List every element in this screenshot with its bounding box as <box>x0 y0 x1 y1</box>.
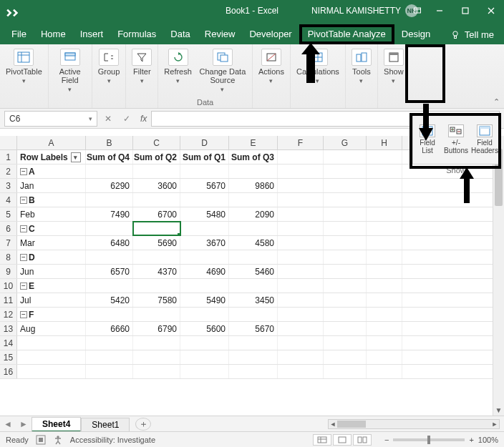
cell[interactable] <box>86 350 133 364</box>
spreadsheet-grid[interactable]: ABCDEFGH 1Row Labels▾Sum of Q4Sum of Q2S… <box>0 136 504 416</box>
row-header[interactable]: 14 <box>0 336 17 350</box>
data-cell[interactable]: 5490 <box>180 293 229 307</box>
hscroll-thumb[interactable] <box>337 421 366 428</box>
collapse-icon[interactable]: − <box>20 283 27 290</box>
row-header[interactable]: 5 <box>0 207 17 221</box>
cell[interactable] <box>324 236 367 250</box>
column-header[interactable]: A <box>17 136 86 149</box>
cell[interactable] <box>278 322 324 335</box>
cell[interactable] <box>229 193 278 207</box>
row-header[interactable]: 3 <box>0 179 17 192</box>
cell[interactable] <box>367 265 402 278</box>
row-header[interactable]: 11 <box>0 293 17 307</box>
cell[interactable] <box>278 193 324 207</box>
tab-pivottable-analyze[interactable]: PivotTable Analyze <box>299 24 394 44</box>
cell[interactable] <box>367 236 402 250</box>
data-cell[interactable]: 6290 <box>86 179 133 192</box>
change-data-source-button[interactable]: Change Data Source ▾ <box>198 47 248 94</box>
row-label[interactable]: Jan <box>17 179 86 192</box>
tab-review[interactable]: Review <box>198 24 243 44</box>
cell[interactable] <box>278 150 324 164</box>
data-cell[interactable]: 6480 <box>86 236 133 250</box>
page-layout-view-button[interactable] <box>333 434 352 446</box>
column-header[interactable]: C <box>133 136 180 149</box>
active-field-button[interactable]: Active Field ▾ <box>53 47 87 94</box>
select-all-corner[interactable] <box>0 136 17 149</box>
cell[interactable] <box>324 150 367 164</box>
cell[interactable] <box>86 279 133 293</box>
tab-insert[interactable]: Insert <box>73 24 111 44</box>
scroll-left-button[interactable]: ◄ <box>329 420 337 428</box>
row-header[interactable]: 9 <box>0 265 17 278</box>
data-cell[interactable]: 5460 <box>229 265 278 278</box>
normal-view-button[interactable] <box>313 434 331 446</box>
tab-data[interactable]: Data <box>163 24 197 44</box>
cell[interactable] <box>86 222 133 235</box>
field-headers-button[interactable]: Field Headers <box>470 115 499 164</box>
data-cell[interactable]: 5670 <box>229 322 278 335</box>
row-label[interactable]: Jul <box>17 293 86 307</box>
collapse-icon[interactable]: − <box>20 254 27 261</box>
cell[interactable] <box>324 193 367 207</box>
fx-label[interactable]: fx <box>137 114 147 124</box>
cancel-formula-button[interactable]: ✕ <box>100 111 116 127</box>
row-header[interactable]: 16 <box>0 365 17 378</box>
cell[interactable] <box>278 279 324 293</box>
cell[interactable] <box>229 308 278 321</box>
zoom-level[interactable]: 100% <box>478 436 498 444</box>
cell[interactable] <box>367 336 402 350</box>
tab-developer[interactable]: Developer <box>242 24 299 44</box>
new-sheet-button[interactable]: ＋ <box>135 418 151 431</box>
vertical-scrollbar[interactable]: ▲ ▼ <box>493 136 504 416</box>
collapse-icon[interactable]: − <box>20 311 27 318</box>
scroll-down-button[interactable]: ▼ <box>493 404 504 416</box>
cell[interactable] <box>180 222 229 235</box>
cell[interactable] <box>278 207 324 221</box>
data-cell[interactable]: 5690 <box>133 236 180 250</box>
row-header[interactable]: 7 <box>0 236 17 250</box>
cell[interactable] <box>86 308 133 321</box>
maximize-button[interactable] <box>452 0 478 21</box>
cell[interactable] <box>324 265 367 278</box>
data-cell[interactable]: 3600 <box>133 179 180 192</box>
data-cell[interactable]: 5600 <box>180 322 229 335</box>
close-button[interactable] <box>478 0 504 21</box>
zoom-in-button[interactable]: + <box>469 436 473 444</box>
cell[interactable] <box>229 365 278 378</box>
cell[interactable] <box>180 365 229 378</box>
cell[interactable] <box>278 164 324 178</box>
tell-me-label[interactable]: Tell me <box>465 29 494 40</box>
cell[interactable] <box>278 365 324 378</box>
cell[interactable] <box>180 336 229 350</box>
enter-formula-button[interactable]: ✓ <box>119 111 135 127</box>
cell[interactable] <box>278 179 324 192</box>
cell[interactable] <box>17 365 86 378</box>
cell[interactable] <box>133 365 180 378</box>
data-cell[interactable]: 3450 <box>229 293 278 307</box>
column-header[interactable]: B <box>86 136 133 149</box>
column-header[interactable]: F <box>278 136 324 149</box>
cell[interactable] <box>86 164 133 178</box>
data-cell[interactable]: 7580 <box>133 293 180 307</box>
selected-cell[interactable] <box>133 222 180 235</box>
column-header-value[interactable]: Sum of Q1 <box>180 150 229 164</box>
cell[interactable] <box>278 293 324 307</box>
cell[interactable] <box>324 336 367 350</box>
cell[interactable] <box>324 250 367 264</box>
cell[interactable] <box>367 250 402 264</box>
cell[interactable] <box>229 164 278 178</box>
cell[interactable] <box>278 350 324 364</box>
horizontal-scrollbar[interactable]: ◄ ► <box>328 419 500 429</box>
sheet-nav-next-button[interactable]: ► <box>16 419 32 429</box>
pivottable-button[interactable]: PivotTable ▾ <box>4 47 44 86</box>
minimize-button[interactable] <box>427 0 452 21</box>
cell[interactable] <box>367 193 402 207</box>
row-label[interactable]: Feb <box>17 207 86 221</box>
cell[interactable] <box>133 308 180 321</box>
cell[interactable] <box>180 279 229 293</box>
cell[interactable] <box>229 250 278 264</box>
data-cell[interactable]: 5420 <box>86 293 133 307</box>
data-cell[interactable]: 6700 <box>133 207 180 221</box>
cell[interactable] <box>278 336 324 350</box>
cell[interactable] <box>367 150 402 164</box>
